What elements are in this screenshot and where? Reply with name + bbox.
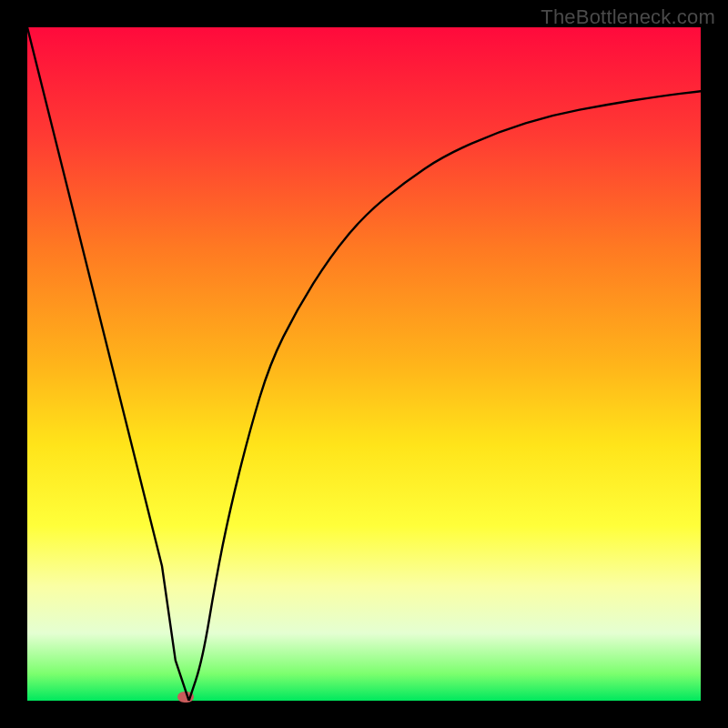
- chart-area: [27, 27, 701, 701]
- watermark-text: TheBottleneck.com: [541, 5, 715, 29]
- bottleneck-curve: [27, 27, 701, 701]
